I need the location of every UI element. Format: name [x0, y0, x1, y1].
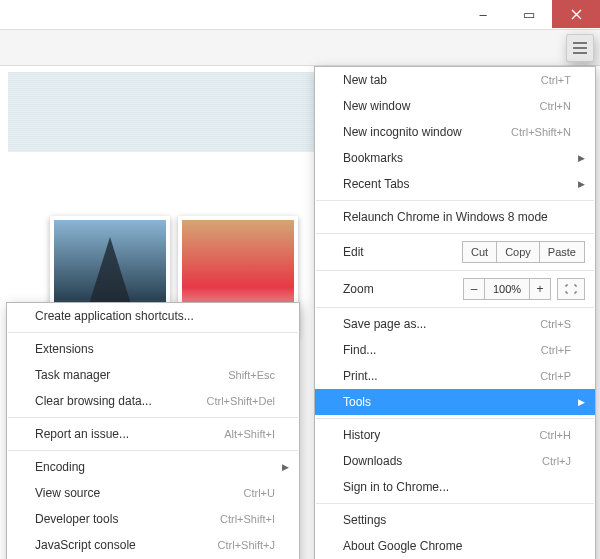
- copy-button[interactable]: Copy: [497, 241, 540, 263]
- menu-task-manager[interactable]: Task managerShift+Esc: [7, 362, 299, 388]
- close-button[interactable]: [552, 0, 600, 28]
- menu-label: Find...: [343, 343, 541, 357]
- svg-rect-1: [573, 47, 587, 49]
- menu-shortcut: Ctrl+P: [540, 370, 571, 382]
- zoom-controls: – 100% +: [463, 278, 585, 300]
- maximize-button[interactable]: ▭: [506, 0, 552, 28]
- chevron-right-icon: ▶: [282, 462, 289, 472]
- menu-label: Extensions: [35, 342, 275, 356]
- menu-history[interactable]: HistoryCtrl+H: [315, 422, 595, 448]
- menu-zoom-row: Zoom – 100% +: [315, 274, 595, 304]
- menu-separator: [8, 417, 298, 418]
- chevron-right-icon: ▶: [578, 397, 585, 407]
- window-titlebar: – ▭: [0, 0, 600, 30]
- menu-label: Zoom: [343, 282, 463, 296]
- maximize-icon: ▭: [523, 7, 535, 22]
- menu-label: Tools: [343, 395, 571, 409]
- menu-tools[interactable]: Tools▶: [315, 389, 595, 415]
- fullscreen-button[interactable]: [557, 278, 585, 300]
- menu-separator: [316, 307, 594, 308]
- menu-javascript-console[interactable]: JavaScript consoleCtrl+Shift+J: [7, 532, 299, 558]
- chrome-menu-button[interactable]: [566, 34, 594, 62]
- menu-bookmarks[interactable]: Bookmarks▶: [315, 145, 595, 171]
- menu-label: Sign in to Chrome...: [343, 480, 571, 494]
- menu-separator: [316, 503, 594, 504]
- chrome-main-menu: New tabCtrl+T New windowCtrl+N New incog…: [314, 66, 596, 559]
- chevron-right-icon: ▶: [578, 179, 585, 189]
- menu-separator: [316, 200, 594, 201]
- menu-developer-tools[interactable]: Developer toolsCtrl+Shift+I: [7, 506, 299, 532]
- menu-label: New tab: [343, 73, 541, 87]
- menu-encoding[interactable]: Encoding▶: [7, 454, 299, 480]
- menu-shortcut: Ctrl+S: [540, 318, 571, 330]
- cut-button[interactable]: Cut: [462, 241, 497, 263]
- menu-print[interactable]: Print...Ctrl+P: [315, 363, 595, 389]
- menu-label: Encoding: [35, 460, 275, 474]
- menu-separator: [8, 332, 298, 333]
- menu-label: Settings: [343, 513, 571, 527]
- menu-label: History: [343, 428, 540, 442]
- menu-find[interactable]: Find...Ctrl+F: [315, 337, 595, 363]
- menu-recent-tabs[interactable]: Recent Tabs▶: [315, 171, 595, 197]
- menu-label: Downloads: [343, 454, 542, 468]
- menu-shortcut: Ctrl+N: [540, 100, 571, 112]
- zoom-in-button[interactable]: +: [529, 278, 551, 300]
- menu-label: Relaunch Chrome in Windows 8 mode: [343, 210, 571, 224]
- menu-shortcut: Ctrl+U: [244, 487, 275, 499]
- close-icon: [571, 9, 582, 20]
- menu-shortcut: Shift+Esc: [228, 369, 275, 381]
- menu-label: View source: [35, 486, 244, 500]
- menu-signin[interactable]: Sign in to Chrome...: [315, 474, 595, 500]
- edit-button-group: Cut Copy Paste: [462, 241, 585, 263]
- menu-shortcut: Ctrl+T: [541, 74, 571, 86]
- menu-separator: [316, 418, 594, 419]
- menu-label: New incognito window: [343, 125, 511, 139]
- menu-shortcut: Alt+Shift+I: [224, 428, 275, 440]
- menu-extensions[interactable]: Extensions: [7, 336, 299, 362]
- menu-separator: [316, 233, 594, 234]
- hamburger-icon: [573, 42, 587, 54]
- menu-shortcut: Ctrl+Shift+I: [220, 513, 275, 525]
- menu-label: Print...: [343, 369, 540, 383]
- menu-label: Bookmarks: [343, 151, 571, 165]
- fullscreen-icon: [565, 284, 577, 294]
- zoom-value: 100%: [485, 278, 529, 300]
- menu-downloads[interactable]: DownloadsCtrl+J: [315, 448, 595, 474]
- menu-shortcut: Ctrl+F: [541, 344, 571, 356]
- menu-relaunch-win8[interactable]: Relaunch Chrome in Windows 8 mode: [315, 204, 595, 230]
- menu-clear-browsing-data[interactable]: Clear browsing data...Ctrl+Shift+Del: [7, 388, 299, 414]
- menu-shortcut: Ctrl+Shift+N: [511, 126, 571, 138]
- menu-shortcut: Ctrl+H: [540, 429, 571, 441]
- menu-label: Recent Tabs: [343, 177, 571, 191]
- menu-label: JavaScript console: [35, 538, 218, 552]
- menu-edit-row: Edit Cut Copy Paste: [315, 237, 595, 267]
- browser-toolbar: [0, 30, 600, 66]
- menu-label: Developer tools: [35, 512, 220, 526]
- zoom-out-button[interactable]: –: [463, 278, 485, 300]
- menu-new-tab[interactable]: New tabCtrl+T: [315, 67, 595, 93]
- menu-label: About Google Chrome: [343, 539, 571, 553]
- paste-button[interactable]: Paste: [540, 241, 585, 263]
- menu-separator: [8, 450, 298, 451]
- menu-label: New window: [343, 99, 540, 113]
- menu-new-incognito[interactable]: New incognito windowCtrl+Shift+N: [315, 119, 595, 145]
- tools-submenu: Create application shortcuts... Extensio…: [6, 302, 300, 559]
- menu-create-shortcuts[interactable]: Create application shortcuts...: [7, 303, 299, 329]
- menu-label: Create application shortcuts...: [35, 309, 275, 323]
- minimize-button[interactable]: –: [460, 0, 506, 28]
- chevron-right-icon: ▶: [578, 153, 585, 163]
- menu-shortcut: Ctrl+Shift+J: [218, 539, 275, 551]
- menu-new-window[interactable]: New windowCtrl+N: [315, 93, 595, 119]
- menu-label: Save page as...: [343, 317, 540, 331]
- minimize-icon: –: [479, 7, 486, 22]
- menu-label: Clear browsing data...: [35, 394, 207, 408]
- menu-about[interactable]: About Google Chrome: [315, 533, 595, 559]
- menu-view-source[interactable]: View sourceCtrl+U: [7, 480, 299, 506]
- menu-save-page[interactable]: Save page as...Ctrl+S: [315, 311, 595, 337]
- menu-shortcut: Ctrl+Shift+Del: [207, 395, 275, 407]
- menu-label: Report an issue...: [35, 427, 224, 441]
- svg-rect-2: [573, 52, 587, 54]
- menu-report-issue[interactable]: Report an issue...Alt+Shift+I: [7, 421, 299, 447]
- svg-rect-0: [573, 42, 587, 44]
- menu-settings[interactable]: Settings: [315, 507, 595, 533]
